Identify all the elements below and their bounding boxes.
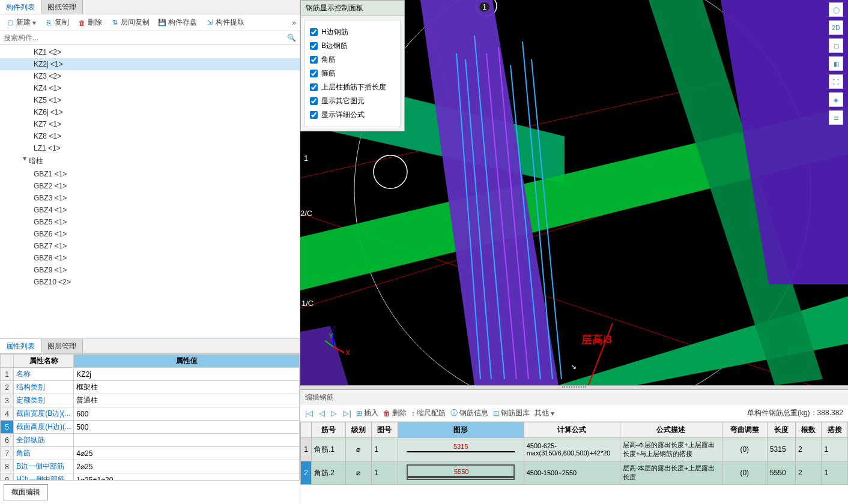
- prop-value-cell[interactable]: [74, 434, 300, 447]
- tree-item[interactable]: GBZ5 <1>: [0, 216, 300, 228]
- delete-icon: 🗑: [77, 19, 86, 27]
- rebar-display-panel: 钢筋显示控制面板 H边钢筋 B边钢筋 角筋 箍筋 上层柱插筋下插长度 显示其它图…: [300, 0, 405, 131]
- new-button[interactable]: ▢新建▾: [4, 16, 38, 29]
- new-icon: ▢: [6, 19, 14, 27]
- copy-button[interactable]: ⎘复制: [42, 16, 71, 29]
- col-dia: 图号: [372, 422, 398, 438]
- scale-button[interactable]: ↕缩尺配筋: [411, 408, 446, 418]
- panel-divider[interactable]: [300, 385, 848, 390]
- tree-item[interactable]: GBZ2 <1>: [0, 180, 300, 192]
- check-b-rebar[interactable]: [310, 42, 318, 50]
- search-input[interactable]: [0, 31, 300, 44]
- tab-props[interactable]: 属性列表: [0, 339, 41, 353]
- list-icon[interactable]: ☰: [829, 110, 843, 125]
- iso-icon[interactable]: ◈: [829, 92, 843, 107]
- check-stirrup[interactable]: [310, 70, 318, 77]
- tree-item[interactable]: GBZ9 <1>: [0, 264, 300, 276]
- col-num: 筋号: [312, 422, 346, 438]
- lib-button[interactable]: ⊡钢筋图库: [493, 408, 530, 418]
- floor-copy-button[interactable]: ⇅层间复制: [108, 16, 152, 29]
- tree-item[interactable]: GBZ8 <1>: [0, 252, 300, 264]
- fit-icon[interactable]: ⛶: [829, 74, 843, 89]
- tree-item[interactable]: KZ4 <1>: [0, 82, 300, 94]
- table-row-selected[interactable]: 2 角筋.2 ⌀ 1 5550 4500-1500+2550 层高-本层的露出长…: [301, 461, 848, 485]
- col-bend: 弯曲调整: [722, 422, 767, 438]
- prop-value-cell[interactable]: 1⌀25+1⌀20: [74, 473, 300, 481]
- tab-drawings[interactable]: 图纸管理: [41, 0, 83, 14]
- col-desc: 公式描述: [620, 422, 722, 438]
- check-corner-rebar[interactable]: [310, 56, 318, 64]
- other-button[interactable]: 其他 ▾: [535, 408, 554, 418]
- check-h-rebar[interactable]: [310, 28, 318, 36]
- store-button[interactable]: 💾构件存盘: [156, 16, 199, 29]
- tree-item[interactable]: GBZ4 <1>: [0, 204, 300, 216]
- prop-value-cell[interactable]: [74, 421, 300, 434]
- nav-first-icon[interactable]: |◁: [305, 409, 313, 418]
- cube-wire-icon[interactable]: ▢: [829, 38, 843, 53]
- col-shape: 图形: [398, 422, 524, 438]
- col-len: 长度: [767, 422, 795, 438]
- total-weight-label: 单构件钢筋总重(kg)：388.382: [747, 408, 843, 418]
- svg-text:Y: Y: [329, 332, 333, 340]
- insert-button[interactable]: ⊞插入: [356, 408, 378, 418]
- check-upper-insert[interactable]: [310, 83, 318, 91]
- tree-item[interactable]: KZ3 <2>: [0, 70, 300, 82]
- tree-item[interactable]: GBZ1 <1>: [0, 168, 300, 180]
- check-show-other[interactable]: [310, 97, 318, 105]
- tree-item[interactable]: LZ1 <1>: [0, 142, 300, 154]
- tree-item-selected[interactable]: KZ2j <1>: [0, 58, 300, 70]
- table-row[interactable]: 1 角筋.1 ⌀ 1 5315 4500-625-max(3150/6,600,…: [301, 438, 848, 461]
- info-button[interactable]: ⓘ钢筋信息: [450, 408, 488, 418]
- prop-value-cell[interactable]: 2⌀25: [74, 460, 300, 473]
- svg-text:X: X: [345, 349, 350, 357]
- float-panel-title: 钢筋显示控制面板: [301, 1, 404, 16]
- rebar-delete-button[interactable]: 🗑删除: [383, 408, 407, 418]
- tree-item[interactable]: GBZ3 <1>: [0, 192, 300, 204]
- col-prop-value: 属性值: [74, 355, 300, 368]
- tree-item[interactable]: KZ6j <1>: [0, 106, 300, 118]
- 2d-icon[interactable]: 2D: [829, 20, 843, 35]
- prop-value-cell[interactable]: 框架柱: [74, 381, 300, 394]
- shape-diagram-selected[interactable]: 5550: [407, 464, 515, 480]
- nav-next-icon[interactable]: ▷: [331, 409, 337, 418]
- tree-item[interactable]: KZ5 <1>: [0, 94, 300, 106]
- tab-layers[interactable]: 图层管理: [41, 339, 83, 353]
- tree-item[interactable]: GBZ10 <2>: [0, 276, 300, 288]
- prop-value-cell[interactable]: 普通柱: [74, 394, 300, 407]
- tree-item[interactable]: GBZ6 <1>: [0, 228, 300, 240]
- toolbar-more-icon[interactable]: »: [292, 19, 296, 27]
- nav-prev-icon[interactable]: ◁: [319, 409, 325, 418]
- col-formula: 计算公式: [524, 422, 620, 438]
- prop-value-cell[interactable]: 600: [74, 407, 300, 421]
- search-row: 🔍: [0, 31, 300, 45]
- col-prop-name: 属性名称: [14, 355, 74, 368]
- 3d-viewport[interactable]: ↘ Z X Y 1 1 2/C 1/C 层高/3 钢筋显示控制面板 H边钢筋 B…: [300, 0, 848, 385]
- annotation-text: 层高/3: [581, 332, 612, 347]
- left-top-tabs: 构件列表 图纸管理: [0, 0, 300, 14]
- svg-point-6: [374, 155, 407, 188]
- check-show-formula[interactable]: [310, 111, 318, 119]
- store-icon: 💾: [158, 19, 166, 27]
- tree-item[interactable]: GBZ7 <1>: [0, 240, 300, 252]
- tab-components[interactable]: 构件列表: [0, 0, 41, 14]
- extract-button[interactable]: ⇲构件提取: [203, 16, 247, 29]
- search-icon[interactable]: 🔍: [287, 34, 296, 42]
- tree-item[interactable]: KZ1 <2>: [0, 46, 300, 58]
- tree-group-expand[interactable]: 暗柱: [0, 154, 300, 168]
- tree-item[interactable]: KZ8 <1>: [0, 130, 300, 142]
- cube-solid-icon[interactable]: ◧: [829, 56, 843, 71]
- nav-last-icon[interactable]: ▷|: [343, 409, 351, 418]
- prop-value-cell[interactable]: 4⌀25: [74, 447, 300, 460]
- shape-diagram: 5315: [407, 443, 515, 455]
- delete-button[interactable]: 🗑删除: [75, 16, 104, 29]
- viewport-toolbar: ◯ 2D ▢ ◧ ⛶ ◈ ☰: [829, 2, 846, 125]
- rebar-panel-title: 编辑钢筋: [300, 390, 848, 405]
- component-tree[interactable]: KZ1 <2> KZ2j <1> KZ3 <2> KZ4 <1> KZ5 <1>…: [0, 45, 300, 338]
- floor-copy-icon: ⇅: [111, 19, 119, 27]
- tree-item[interactable]: KZ7 <1>: [0, 118, 300, 130]
- viewcube-icon[interactable]: ◯: [829, 2, 843, 17]
- section-edit-button[interactable]: 截面编辑: [4, 484, 48, 500]
- top-toolbar: ▢新建▾ ⎘复制 🗑删除 ⇅层间复制 💾构件存盘 ⇲构件提取 »: [0, 14, 300, 31]
- col-count: 根数: [795, 422, 822, 438]
- prop-value-cell[interactable]: KZ2j: [74, 368, 300, 381]
